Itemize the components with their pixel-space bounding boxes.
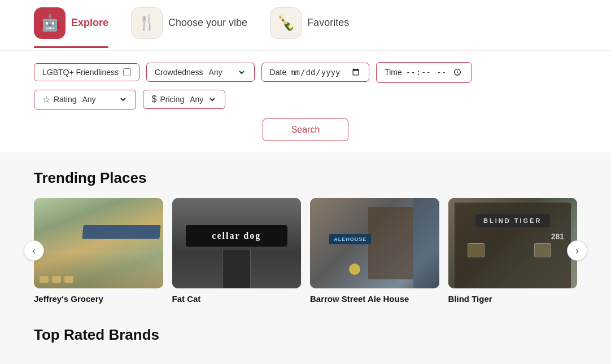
crowdedness-select[interactable]: Any Low Medium High (207, 67, 246, 77)
vibe-label: Choose your vibe (168, 17, 247, 29)
rating-select[interactable]: Any ★★★★★ ★★★★ ★★★ ★★ ★ (80, 94, 128, 104)
main-content: Trending Places ‹ (0, 152, 611, 315)
nav-explore[interactable]: 🤖 Explore (34, 7, 108, 43)
time-label: Time (385, 68, 402, 77)
crowdedness-label: Crowdedness (155, 68, 203, 77)
lgbtq-filter[interactable]: LGBTQ+ Friendliness (34, 63, 139, 81)
filters-area: LGBTQ+ Friendliness Crowdedness Any Low … (0, 51, 611, 152)
place-card-fatcat[interactable]: cellar dog Fat Cat (172, 198, 302, 304)
favorites-icon: 🍾 (277, 14, 295, 32)
place-img-jeffreys (34, 198, 163, 288)
place-name-blind-tiger: Blind Tiger (448, 294, 578, 304)
place-img-blind-tiger: BLIND TIGER 281 (448, 198, 578, 288)
rating-label: Rating (54, 95, 76, 104)
rating-filter[interactable]: ☆ Rating Any ★★★★★ ★★★★ ★★★ ★★ ★ (34, 90, 136, 109)
places-carousel: ‹ Jeffrey's Grocery (34, 198, 577, 304)
brands-title: Top Rated Brands (34, 326, 577, 344)
carousel-track: Jeffrey's Grocery cellar dog Fat Cat (34, 198, 577, 304)
filters-row: LGBTQ+ Friendliness Crowdedness Any Low … (34, 62, 577, 109)
trending-title: Trending Places (34, 169, 577, 187)
nav-favorites[interactable]: 🍾 Favorites (270, 7, 349, 43)
explore-icon-box: 🤖 (34, 7, 66, 39)
favorites-label: Favorites (307, 17, 349, 29)
explore-icon: 🤖 (40, 14, 60, 32)
lgbtq-checkbox[interactable] (123, 68, 131, 76)
pricing-icon: $ (151, 94, 156, 104)
place-name-fatcat: Fat Cat (172, 294, 302, 304)
lgbtq-label: LGBTQ+ Friendliness (42, 68, 119, 77)
pricing-select[interactable]: Any $ $$ $$$ $$$$ (187, 94, 217, 104)
main-header: 🤖 Explore 🍴 Choose your vibe 🍾 Favorites (0, 0, 611, 51)
nav-vibe[interactable]: 🍴 Choose your vibe (131, 7, 247, 43)
time-filter[interactable]: Time (376, 62, 472, 83)
vibe-icon: 🍴 (138, 14, 156, 32)
date-input[interactable] (290, 67, 361, 77)
carousel-prev-button[interactable]: ‹ (24, 240, 44, 261)
time-input[interactable] (405, 67, 464, 78)
brands-section: Top Rated Brands (0, 315, 611, 364)
explore-label: Explore (71, 17, 108, 29)
place-card-jeffreys[interactable]: Jeffrey's Grocery (34, 198, 163, 304)
place-img-fatcat: cellar dog (172, 198, 302, 288)
rating-icon: ☆ (42, 94, 50, 105)
favorites-icon-box: 🍾 (270, 7, 302, 39)
place-name-jeffreys: Jeffrey's Grocery (34, 294, 163, 304)
arrow-right-icon: › (575, 245, 579, 257)
date-filter[interactable]: Date (261, 63, 370, 82)
place-name-barrow: Barrow Street Ale House (310, 294, 439, 304)
place-card-blind-tiger[interactable]: BLIND TIGER 281 Blind Tiger (448, 198, 578, 304)
pricing-filter[interactable]: $ Pricing Any $ $$ $$$ $$$$ (143, 90, 225, 109)
search-button[interactable]: Search (263, 119, 349, 141)
arrow-left-icon: ‹ (32, 245, 36, 257)
place-card-barrow[interactable]: ALEHOUSE Barrow Street Ale House (310, 198, 439, 304)
place-img-barrow: ALEHOUSE (310, 198, 439, 288)
vibe-icon-box: 🍴 (131, 7, 163, 39)
date-label: Date (270, 68, 287, 77)
search-row: Search (34, 119, 577, 141)
crowdedness-filter[interactable]: Crowdedness Any Low Medium High (146, 63, 255, 82)
pricing-label: Pricing (160, 95, 184, 104)
carousel-next-button[interactable]: › (567, 240, 587, 261)
